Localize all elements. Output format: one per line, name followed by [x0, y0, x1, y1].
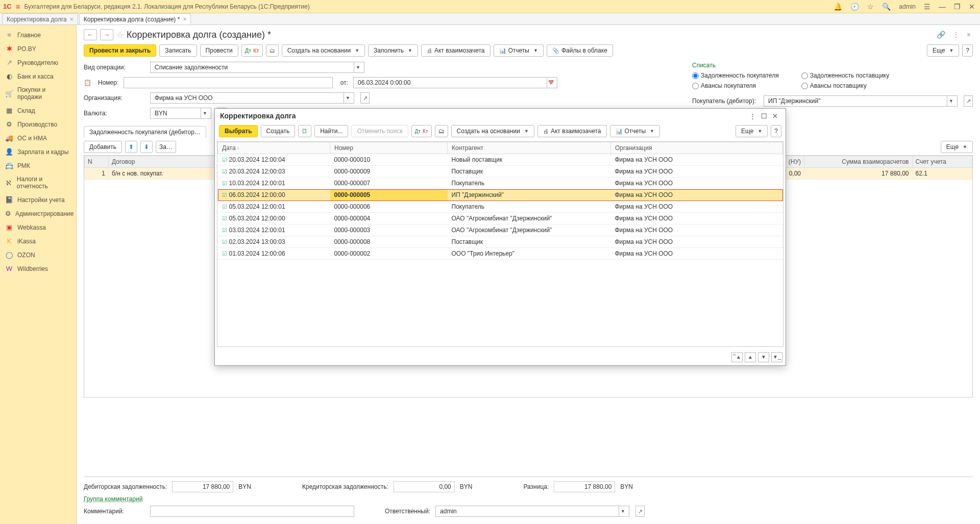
create-based-button[interactable]: Создать на основании▼: [282, 44, 365, 57]
op-type-select[interactable]: Списание задолженности▼: [150, 62, 364, 73]
radio-buyer-debt[interactable]: Задолженность покупателя: [692, 72, 779, 79]
post-button[interactable]: Провести: [200, 44, 238, 57]
dropdown-icon[interactable]: ▼: [354, 62, 362, 72]
dialog-row[interactable]: ☑20.03.2024 12:00:040000-000010Новый пос…: [218, 154, 783, 166]
buyer-select[interactable]: ИП "Дзержинский"▼: [764, 95, 958, 107]
col-contract[interactable]: Договор: [109, 156, 229, 168]
sidebar-item[interactable]: ↗Руководителю: [0, 56, 76, 69]
help-button[interactable]: ?: [962, 44, 973, 57]
dialog-table[interactable]: Дата Номер Контрагент Организация ☑20.03…: [217, 141, 783, 347]
number-input[interactable]: [124, 77, 333, 88]
buyer-open-button[interactable]: ↗: [964, 95, 973, 107]
select-button[interactable]: Выбрать: [219, 125, 258, 137]
fill-button[interactable]: Заполнить▼: [368, 44, 418, 57]
link-icon[interactable]: 🔗: [935, 31, 947, 39]
sidebar-item[interactable]: 🚚ОС и НМА: [0, 131, 76, 145]
notifications-icon[interactable]: 🔔: [831, 3, 844, 11]
current-user[interactable]: admin: [897, 3, 918, 10]
dropdown-icon[interactable]: ▼: [619, 506, 627, 516]
copy-button[interactable]: 🗋: [298, 125, 311, 137]
close-form-icon[interactable]: ×: [965, 31, 973, 39]
post-and-close-button[interactable]: Провести и закрыть: [84, 44, 156, 57]
sidebar-item[interactable]: ⚙Администрирование: [0, 207, 76, 220]
list-down-button[interactable]: ▼: [758, 352, 769, 362]
org-open-button[interactable]: ↗: [360, 92, 370, 104]
tab-debt-adjustment[interactable]: Корректировка долга ×: [2, 13, 78, 24]
dialog-create-based-button[interactable]: Создать на основании▼: [451, 125, 534, 137]
dropdown-icon[interactable]: ▼: [344, 93, 352, 103]
move-up-button[interactable]: ⬆: [125, 141, 137, 153]
col-n[interactable]: N: [85, 156, 109, 168]
dialog-maximize-icon[interactable]: ☐: [758, 112, 770, 120]
tab-close-icon[interactable]: ×: [70, 16, 74, 23]
nav-forward-button[interactable]: →: [100, 29, 113, 40]
minimize-icon[interactable]: —: [937, 3, 948, 11]
dialog-reports-button[interactable]: 📊Отчеты▼: [610, 125, 660, 137]
dialog-col-org[interactable]: Организация: [611, 142, 783, 154]
dialog-row[interactable]: ☑02.03.2024 13:00:030000-000008Поставщик…: [218, 236, 783, 248]
dialog-row[interactable]: ☑10.03.2024 12:00:010000-000007Покупател…: [218, 178, 783, 189]
dialog-row[interactable]: ☑05.03.2024 12:00:000000-000004ОАО "Агро…: [218, 213, 783, 224]
tab-debt-adjustment-create[interactable]: Корректировка долга (создание) * ×: [79, 13, 191, 24]
search-icon[interactable]: 🔍: [880, 3, 893, 11]
dialog-help-button[interactable]: ?: [771, 125, 781, 137]
list-up-button[interactable]: ▲: [745, 352, 756, 362]
main-menu-icon[interactable]: ≡: [16, 2, 20, 11]
dialog-debit-credit-icon[interactable]: ДтКт: [411, 125, 432, 137]
responsible-select[interactable]: admin▼: [435, 506, 629, 517]
sidebar-item[interactable]: ℵНалоги и отчетность: [0, 172, 76, 193]
section-more-button[interactable]: Еще▼: [941, 141, 973, 153]
radio-supplier-advance[interactable]: Авансы поставщику: [801, 82, 890, 89]
structure-icon[interactable]: 🗂: [266, 44, 279, 57]
list-last-button[interactable]: ▼⎯: [771, 352, 782, 362]
sidebar-item[interactable]: 📇РМК: [0, 159, 76, 172]
restore-icon[interactable]: ❐: [952, 3, 963, 11]
fill-button-partial[interactable]: За…: [156, 141, 176, 153]
add-row-button[interactable]: Добавить: [84, 141, 122, 153]
dialog-col-counterparty[interactable]: Контрагент: [448, 142, 611, 154]
dialog-row[interactable]: ☑01.03.2024 12:00:060000-000002ООО "Трио…: [218, 248, 783, 260]
comment-input[interactable]: [150, 506, 354, 517]
date-input[interactable]: 06.03.2024 0:00:00📅: [353, 77, 557, 88]
more-button[interactable]: Еще▼: [927, 44, 959, 57]
comments-group-link[interactable]: Группа комментарий: [84, 495, 142, 503]
dropdown-icon[interactable]: ▼: [201, 108, 209, 118]
sidebar-item[interactable]: ⚙Производство: [0, 117, 76, 131]
cloud-files-button[interactable]: 📎Файлы в облаке: [547, 44, 613, 57]
calendar-icon[interactable]: 📅: [547, 78, 555, 88]
debit-credit-icon[interactable]: ДтКт: [241, 44, 263, 57]
org-select[interactable]: Фирма на УСН ООО▼: [150, 92, 354, 104]
tab-close-icon[interactable]: ×: [183, 16, 186, 23]
dialog-structure-icon[interactable]: 🗂: [435, 125, 448, 137]
write-button[interactable]: Записать: [159, 44, 197, 57]
dialog-col-date[interactable]: Дата: [218, 142, 330, 154]
dialog-close-icon[interactable]: ✕: [770, 112, 780, 120]
find-button[interactable]: Найти...: [314, 125, 348, 137]
dialog-row[interactable]: ☑03.03.2024 12:00:010000-000003ОАО "Агро…: [218, 224, 783, 236]
sidebar-item[interactable]: ✱PO.BY: [0, 42, 76, 56]
responsible-open-button[interactable]: ↗: [635, 506, 645, 517]
favorites-icon[interactable]: ☆: [865, 3, 876, 11]
create-button[interactable]: Создать: [261, 125, 296, 137]
sidebar-item[interactable]: ▣Webkassa: [0, 220, 76, 234]
act-button[interactable]: 🖨Акт взаимозачета: [421, 44, 491, 57]
dialog-more-button[interactable]: Еще▼: [736, 125, 768, 137]
dialog-row[interactable]: ☑05.03.2024 12:00:010000-000006Покупател…: [218, 201, 783, 213]
radio-supplier-debt[interactable]: Задолженность поставщику: [801, 72, 890, 79]
dialog-act-button[interactable]: 🖨Акт взаимозачета: [537, 125, 607, 137]
sidebar-item[interactable]: ▦Склад: [0, 104, 76, 117]
dialog-row[interactable]: ☑20.03.2024 12:00:030000-000009Поставщик…: [218, 166, 783, 178]
sidebar-item[interactable]: 🛒Покупки и продажи: [0, 83, 76, 104]
nav-back-button[interactable]: ←: [84, 29, 97, 40]
close-app-icon[interactable]: ✕: [967, 3, 977, 11]
favorite-star-icon[interactable]: ☆: [116, 30, 124, 40]
sidebar-item[interactable]: ◯OZON: [0, 248, 76, 262]
col-sum[interactable]: Сумма взаиморасчетов: [804, 156, 913, 168]
dialog-col-number[interactable]: Номер: [330, 142, 448, 154]
sidebar-item[interactable]: 📓Настройки учета: [0, 193, 76, 207]
history-icon[interactable]: 🕘: [848, 3, 861, 11]
sidebar-item[interactable]: ≡Главное: [0, 28, 76, 42]
move-down-button[interactable]: ⬇: [140, 141, 153, 153]
list-first-button[interactable]: ⎺▲: [731, 352, 743, 362]
reports-button[interactable]: 📊Отчеты▼: [494, 44, 544, 57]
